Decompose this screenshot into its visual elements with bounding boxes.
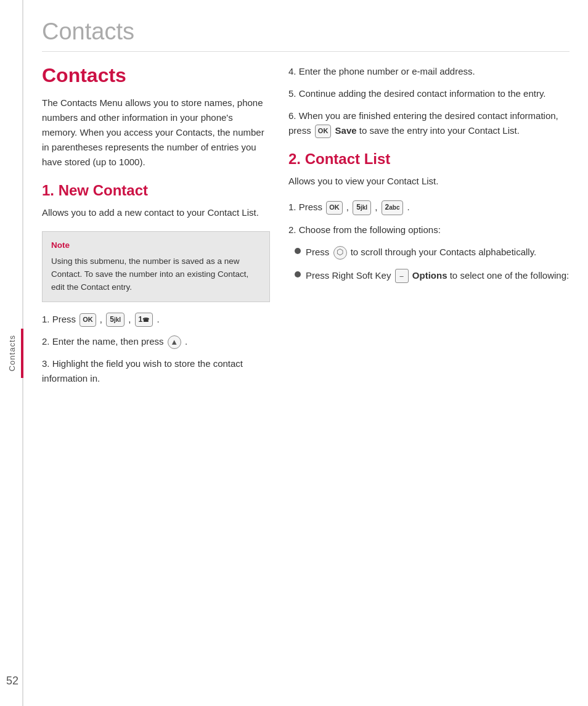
note-text: Using this submenu, the number is saved … [51,257,248,292]
bullet-text-2: Press Right Soft Key – Options to select… [306,268,569,284]
step-3: 3. Highlight the field you wish to store… [42,356,270,386]
section1-title: 1. New Contact [42,182,270,199]
key-ok-1: OK [80,313,96,327]
note-title: Note [51,239,261,252]
bullet-list: Press ⬡ to scroll through your Contacts … [295,245,570,284]
side-tab-label: Contacts [7,335,17,371]
bullet-item-1: Press ⬡ to scroll through your Contacts … [295,245,570,260]
step-5: 5. Continue adding the desired contact i… [288,86,570,101]
key-5jkl-cl: 5 jkl [353,200,371,215]
left-column: Contacts The Contacts Menu allows you to… [42,64,270,393]
columns-layout: Contacts The Contacts Menu allows you to… [42,64,570,393]
right-column: 4. Enter the phone number or e-mail addr… [288,64,570,393]
cl-step-1: 1. Press OK , 5 jkl , 2 abc . [288,200,570,215]
bullet-item-2: Press Right Soft Key – Options to select… [295,268,570,284]
note-box: Note Using this submenu, the number is s… [42,231,270,302]
intro-text: The Contacts Menu allows you to store na… [42,96,270,170]
page-header: Contacts [42,18,570,52]
step-6: 6. When you are finished entering the de… [288,109,570,138]
key-ok-6: OK [315,125,332,138]
bullet-dot-2 [295,271,301,277]
options-label: Options [412,270,447,281]
side-line-red [21,329,23,378]
side-tab: Contacts 52 [0,0,23,706]
bullet-dot-1 [295,248,301,254]
section2-intro: Allows you to view your Contact List. [288,174,570,189]
key-nav-scroll: ⬡ [333,246,347,260]
section2-title: 2. Contact List [288,150,570,168]
key-ok-cl1: OK [326,201,343,215]
cl-step-2: 2. Choose from the following options: [288,223,570,237]
main-title: Contacts [42,64,270,87]
key-1: 1 ☎ [135,313,153,327]
step-2: 2. Enter the name, then press ▲ . [42,334,270,349]
key-5jkl-1: 5 jkl [106,313,125,327]
section1-intro: Allows you to add a new contact to your … [42,205,270,220]
page-wrapper: Contacts 52 Contacts Contacts The Contac… [0,0,588,706]
bullet-text-1: Press ⬡ to scroll through your Contacts … [306,245,536,260]
key-soft-right: – [395,269,409,284]
main-content: Contacts Contacts The Contacts Menu allo… [23,0,588,706]
key-2abc: 2 abc [382,200,404,215]
page-number: 52 [6,675,18,688]
step-4: 4. Enter the phone number or e-mail addr… [288,64,570,79]
key-nav-up: ▲ [168,335,181,349]
step-1: 1. Press OK , 5 jkl , 1 ☎ . [42,312,270,327]
